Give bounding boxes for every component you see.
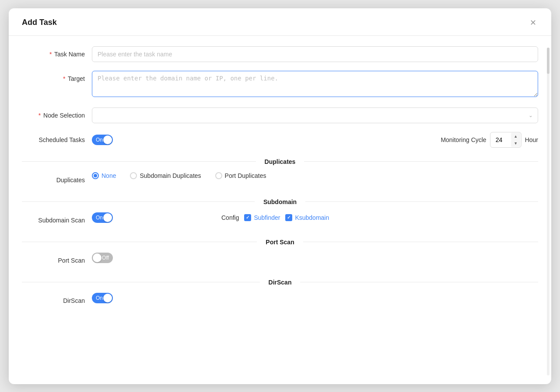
radio-port-label: Port Duplicates (225, 172, 266, 179)
subdomain-scan-label: Subdomain Scan (22, 212, 92, 228)
dirscan-label: DirScan (22, 293, 92, 309)
cycle-decrement-button[interactable]: ▼ (511, 140, 521, 147)
checkbox-subfinder[interactable]: ✓ Subfinder (244, 214, 280, 221)
ksubdomain-label: Ksubdomain (295, 214, 329, 221)
target-control (92, 71, 538, 99)
dirscan-toggle[interactable]: On (92, 293, 113, 303)
ksubdomain-checkmark: ✓ (287, 215, 290, 220)
radio-none-label: None (102, 172, 116, 179)
target-label: * Target (22, 71, 92, 87)
checkbox-ksubdomain[interactable]: ✓ Ksubdomain (285, 214, 329, 221)
dirscan-row: DirScan On (22, 293, 538, 309)
radio-subdomain-circle (130, 172, 137, 179)
dirscan-section-title: DirScan (260, 279, 301, 286)
monitoring-cycle-label: Monitoring Cycle (441, 136, 486, 143)
node-selection-control: ⌄ (92, 108, 538, 123)
divider-line-right (304, 161, 538, 162)
dirscan-divider-right (300, 282, 538, 282)
config-group: Config ✓ Subfinder ✓ (221, 214, 329, 221)
radio-subdomain-duplicates[interactable]: Subdomain Duplicates (130, 172, 201, 179)
task-name-input[interactable] (92, 46, 538, 62)
monitoring-cycle-group: Monitoring Cycle ▲ ▼ Hour (441, 132, 538, 148)
dialog-header: Add Task ✕ (9, 8, 551, 36)
subdomain-scan-track: On (92, 212, 113, 223)
task-name-control (92, 46, 538, 62)
subdomain-scan-thumb (103, 213, 112, 222)
subdomain-section-divider: Subdomain (22, 198, 538, 205)
radio-none[interactable]: None (92, 172, 116, 179)
dirscan-section-divider: DirScan (22, 279, 538, 286)
ksubdomain-checkbox-box: ✓ (285, 214, 292, 221)
cycle-increment-button[interactable]: ▲ (511, 133, 521, 140)
scrollbar-thumb[interactable] (547, 48, 550, 74)
add-task-dialog: Add Task ✕ * Task Name * Target (9, 8, 551, 384)
task-name-label: * Task Name (22, 46, 92, 62)
port-scan-row: Port Scan Off (22, 253, 538, 268)
duplicates-control: None Subdomain Duplicates Port Duplicate… (92, 172, 538, 179)
target-input[interactable] (92, 71, 538, 97)
subdomain-inline-row: On Config ✓ Subfinder (92, 212, 538, 223)
duplicates-section-title: Duplicates (256, 158, 304, 165)
radio-none-inner (94, 174, 97, 177)
duplicates-row: Duplicates None Subdomain Duplicates (22, 172, 538, 188)
port-scan-section-divider: Port Scan (22, 239, 538, 246)
radio-port-duplicates[interactable]: Port Duplicates (215, 172, 266, 179)
scheduled-tasks-label: Scheduled Tasks (22, 132, 92, 148)
node-selection-label: * Node Selection (22, 108, 92, 123)
subdomain-scan-control: On Config ✓ Subfinder (92, 212, 538, 223)
port-scan-track: Off (92, 253, 113, 263)
dirscan-track: On (92, 293, 113, 303)
node-select[interactable] (92, 108, 538, 123)
port-scan-control: Off (92, 253, 538, 265)
duplicates-radio-group: None Subdomain Duplicates Port Duplicate… (92, 172, 538, 179)
subdomain-divider-left (22, 201, 255, 202)
subdomain-divider-right (305, 201, 538, 202)
subfinder-label: Subfinder (254, 214, 280, 221)
scheduled-tasks-track: On (92, 135, 113, 145)
dirscan-divider-left (22, 282, 260, 282)
dirscan-control: On (92, 293, 538, 305)
subfinder-checkbox-box: ✓ (244, 214, 251, 221)
radio-none-circle (92, 172, 99, 179)
subdomain-section-title: Subdomain (255, 198, 305, 205)
radio-port-circle (215, 172, 222, 179)
cycle-unit-label: Hour (525, 136, 538, 143)
node-select-wrapper: ⌄ (92, 108, 538, 123)
scheduled-tasks-row: Scheduled Tasks On Monitoring Cycle (22, 132, 538, 148)
config-checkbox-group: ✓ Subfinder ✓ Ksubdomain (244, 214, 329, 221)
port-scan-thumb (93, 253, 102, 262)
scrollbar-track (547, 48, 550, 375)
dirscan-thumb (103, 294, 112, 302)
subfinder-checkmark: ✓ (246, 215, 249, 220)
divider-line-left (22, 161, 256, 162)
radio-subdomain-label: Subdomain Duplicates (140, 172, 201, 179)
scheduled-tasks-toggle[interactable]: On (92, 135, 113, 145)
subdomain-scan-row: Subdomain Scan On Config (22, 212, 538, 228)
cycle-input-wrapper: ▲ ▼ (490, 132, 522, 148)
node-selection-row: * Node Selection ⌄ (22, 108, 538, 123)
dialog-title: Add Task (22, 18, 57, 27)
port-scan-label: Port Scan (22, 253, 92, 268)
port-divider-right (303, 242, 538, 242)
task-name-row: * Task Name (22, 46, 538, 62)
config-label: Config (221, 214, 239, 221)
cycle-spinners: ▲ ▼ (511, 133, 521, 147)
port-scan-toggle[interactable]: Off (92, 253, 113, 263)
port-divider-left (22, 242, 257, 242)
port-scan-section-title: Port Scan (257, 239, 303, 246)
dialog-body: * Task Name * Target * Node Selection (9, 36, 551, 328)
close-button[interactable]: ✕ (528, 17, 538, 28)
target-row: * Target (22, 71, 538, 99)
scheduled-tasks-thumb (103, 135, 112, 144)
duplicates-label: Duplicates (22, 172, 92, 188)
duplicates-section-divider: Duplicates (22, 158, 538, 165)
scheduled-inline-row: On Monitoring Cycle ▲ ▼ (92, 132, 538, 148)
scheduled-tasks-control: On Monitoring Cycle ▲ ▼ (92, 132, 538, 148)
subdomain-scan-toggle[interactable]: On (92, 212, 113, 223)
